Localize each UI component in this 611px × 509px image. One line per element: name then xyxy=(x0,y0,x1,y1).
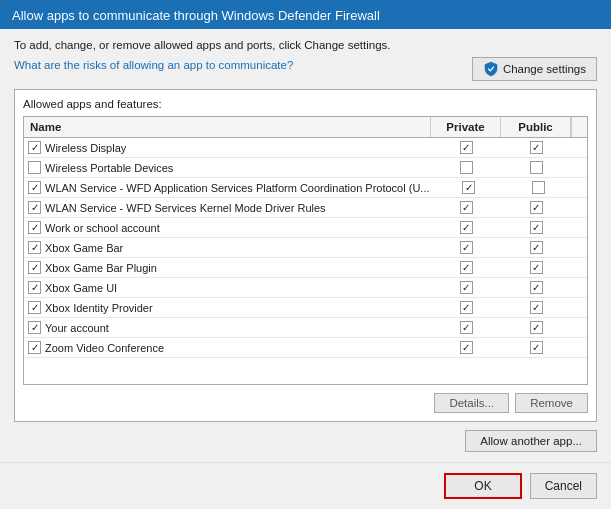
row-name-text: WLAN Service - WFD Application Services … xyxy=(45,182,430,194)
row-public-cell[interactable] xyxy=(501,281,571,294)
private-checkbox[interactable] xyxy=(460,341,473,354)
row-private-cell[interactable] xyxy=(431,241,501,254)
row-public-cell[interactable] xyxy=(501,221,571,234)
row-public-cell[interactable] xyxy=(501,341,571,354)
row-name-checkbox[interactable] xyxy=(28,281,41,294)
row-name-cell: Work or school account xyxy=(24,219,431,236)
private-checkbox[interactable] xyxy=(462,181,475,194)
allow-another-button[interactable]: Allow another app... xyxy=(465,430,597,452)
row-private-cell[interactable] xyxy=(431,141,501,154)
row-name-text: Wireless Portable Devices xyxy=(45,162,173,174)
public-checkbox[interactable] xyxy=(530,341,543,354)
row-private-cell[interactable] xyxy=(434,181,504,194)
public-checkbox[interactable] xyxy=(530,161,543,174)
row-public-cell[interactable] xyxy=(501,201,571,214)
public-checkbox[interactable] xyxy=(530,241,543,254)
table-row[interactable]: Xbox Game UI xyxy=(24,278,587,298)
table-row[interactable]: Zoom Video Conference xyxy=(24,338,587,358)
row-name-checkbox[interactable] xyxy=(28,261,41,274)
private-checkbox[interactable] xyxy=(460,221,473,234)
row-name-text: Zoom Video Conference xyxy=(45,342,164,354)
table-header: Name Private Public xyxy=(24,117,587,138)
row-private-cell[interactable] xyxy=(431,161,501,174)
panel-buttons: Details... Remove xyxy=(23,393,588,413)
private-checkbox[interactable] xyxy=(460,241,473,254)
row-private-cell[interactable] xyxy=(431,301,501,314)
table-row[interactable]: Xbox Game Bar xyxy=(24,238,587,258)
row-private-cell[interactable] xyxy=(431,341,501,354)
row-name-cell: WLAN Service - WFD Services Kernel Mode … xyxy=(24,199,431,216)
private-checkbox[interactable] xyxy=(460,141,473,154)
table-row[interactable]: Your account xyxy=(24,318,587,338)
private-checkbox[interactable] xyxy=(460,281,473,294)
cancel-button[interactable]: Cancel xyxy=(530,473,597,499)
row-name-cell: Xbox Identity Provider xyxy=(24,299,431,316)
row-name-text: Work or school account xyxy=(45,222,160,234)
table-body: Wireless DisplayWireless Portable Device… xyxy=(24,138,587,384)
row-private-cell[interactable] xyxy=(431,281,501,294)
col-name: Name xyxy=(24,117,431,137)
risk-link[interactable]: What are the risks of allowing an app to… xyxy=(14,59,293,71)
details-button[interactable]: Details... xyxy=(434,393,509,413)
row-name-checkbox[interactable] xyxy=(28,241,41,254)
table-row[interactable]: WLAN Service - WFD Services Kernel Mode … xyxy=(24,198,587,218)
col-private: Private xyxy=(431,117,501,137)
row-name-checkbox[interactable] xyxy=(28,141,41,154)
row-name-text: Xbox Game Bar Plugin xyxy=(45,262,157,274)
public-checkbox[interactable] xyxy=(530,201,543,214)
row-private-cell[interactable] xyxy=(431,261,501,274)
public-checkbox[interactable] xyxy=(530,141,543,154)
public-checkbox[interactable] xyxy=(530,261,543,274)
private-checkbox[interactable] xyxy=(460,261,473,274)
change-settings-label: Change settings xyxy=(503,63,586,75)
row-name-text: Xbox Game UI xyxy=(45,282,117,294)
row-name-checkbox[interactable] xyxy=(28,321,41,334)
row-public-cell[interactable] xyxy=(501,141,571,154)
allowed-apps-panel: Allowed apps and features: Name Private … xyxy=(14,89,597,422)
public-checkbox[interactable] xyxy=(530,301,543,314)
table-row[interactable]: WLAN Service - WFD Application Services … xyxy=(24,178,587,198)
row-name-checkbox[interactable] xyxy=(28,201,41,214)
row-name-checkbox[interactable] xyxy=(28,221,41,234)
row-private-cell[interactable] xyxy=(431,201,501,214)
row-name-checkbox[interactable] xyxy=(28,301,41,314)
row-name-text: Your account xyxy=(45,322,109,334)
row-public-cell[interactable] xyxy=(501,241,571,254)
private-checkbox[interactable] xyxy=(460,301,473,314)
row-name-text: WLAN Service - WFD Services Kernel Mode … xyxy=(45,202,326,214)
row-public-cell[interactable] xyxy=(501,301,571,314)
row-name-checkbox[interactable] xyxy=(28,181,41,194)
private-checkbox[interactable] xyxy=(460,321,473,334)
row-name-cell: Xbox Game Bar xyxy=(24,239,431,256)
row-name-checkbox[interactable] xyxy=(28,341,41,354)
public-checkbox[interactable] xyxy=(530,321,543,334)
panel-label: Allowed apps and features: xyxy=(23,98,588,110)
table-row[interactable]: Work or school account xyxy=(24,218,587,238)
row-private-cell[interactable] xyxy=(431,221,501,234)
allow-another-row: Allow another app... xyxy=(14,430,597,452)
row-name-text: Xbox Game Bar xyxy=(45,242,123,254)
bottom-bar: OK Cancel xyxy=(0,462,611,509)
apps-table: Name Private Public Wireless DisplayWire… xyxy=(23,116,588,385)
row-private-cell[interactable] xyxy=(431,321,501,334)
table-row[interactable]: Wireless Portable Devices xyxy=(24,158,587,178)
table-row[interactable]: Xbox Game Bar Plugin xyxy=(24,258,587,278)
row-name-text: Wireless Display xyxy=(45,142,126,154)
ok-button[interactable]: OK xyxy=(444,473,521,499)
row-name-checkbox[interactable] xyxy=(28,161,41,174)
row-public-cell[interactable] xyxy=(504,181,574,194)
public-checkbox[interactable] xyxy=(530,281,543,294)
row-public-cell[interactable] xyxy=(501,321,571,334)
public-checkbox[interactable] xyxy=(530,221,543,234)
title-bar: Allow apps to communicate through Window… xyxy=(0,0,611,29)
change-settings-button[interactable]: Change settings xyxy=(472,57,597,81)
private-checkbox[interactable] xyxy=(460,201,473,214)
col-public: Public xyxy=(501,117,571,137)
row-public-cell[interactable] xyxy=(501,261,571,274)
private-checkbox[interactable] xyxy=(460,161,473,174)
table-row[interactable]: Wireless Display xyxy=(24,138,587,158)
table-row[interactable]: Xbox Identity Provider xyxy=(24,298,587,318)
public-checkbox[interactable] xyxy=(532,181,545,194)
row-public-cell[interactable] xyxy=(501,161,571,174)
remove-button[interactable]: Remove xyxy=(515,393,588,413)
